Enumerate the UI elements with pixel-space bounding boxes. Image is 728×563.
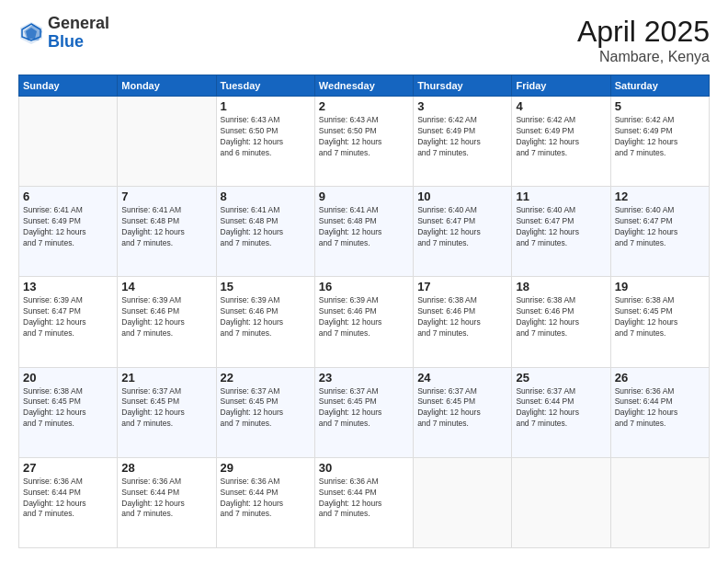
calendar-week-row: 27Sunrise: 6:36 AM Sunset: 6:44 PM Dayli…: [19, 457, 710, 547]
cell-content: Sunrise: 6:41 AM Sunset: 6:48 PM Dayligh…: [221, 205, 311, 249]
cell-content: Sunrise: 6:37 AM Sunset: 6:45 PM Dayligh…: [417, 386, 507, 431]
calendar-header-row: Sunday Monday Tuesday Wednesday Thursday…: [19, 75, 710, 97]
table-row: 24Sunrise: 6:37 AM Sunset: 6:45 PM Dayli…: [414, 367, 512, 457]
calendar-week-row: 13Sunrise: 6:39 AM Sunset: 6:47 PM Dayli…: [19, 277, 710, 367]
table-row: 26Sunrise: 6:36 AM Sunset: 6:44 PM Dayli…: [610, 367, 709, 457]
cell-content: Sunrise: 6:43 AM Sunset: 6:50 PM Dayligh…: [221, 115, 311, 159]
logo: General Blue: [18, 15, 109, 52]
table-row: 11Sunrise: 6:40 AM Sunset: 6:47 PM Dayli…: [512, 187, 610, 277]
col-monday: Monday: [118, 75, 216, 97]
cell-content: Sunrise: 6:38 AM Sunset: 6:45 PM Dayligh…: [23, 386, 113, 431]
day-number: 11: [516, 190, 606, 203]
table-row: 13Sunrise: 6:39 AM Sunset: 6:47 PM Dayli…: [19, 277, 118, 367]
day-number: 21: [121, 371, 211, 385]
logo-text: General Blue: [48, 15, 109, 52]
header: General Blue April 2025 Nambare, Kenya: [18, 15, 710, 65]
cell-content: Sunrise: 6:39 AM Sunset: 6:46 PM Dayligh…: [221, 295, 311, 339]
cell-content: Sunrise: 6:37 AM Sunset: 6:45 PM Dayligh…: [121, 386, 211, 431]
table-row: 9Sunrise: 6:41 AM Sunset: 6:48 PM Daylig…: [314, 187, 413, 277]
day-number: 1: [221, 99, 311, 113]
table-row: [610, 457, 709, 547]
table-row: [414, 457, 512, 547]
day-number: 26: [615, 371, 705, 385]
table-row: 14Sunrise: 6:39 AM Sunset: 6:46 PM Dayli…: [118, 277, 216, 367]
table-row: 3Sunrise: 6:42 AM Sunset: 6:49 PM Daylig…: [414, 97, 512, 187]
cell-content: Sunrise: 6:42 AM Sunset: 6:49 PM Dayligh…: [417, 115, 507, 159]
table-row: 10Sunrise: 6:40 AM Sunset: 6:47 PM Dayli…: [414, 187, 512, 277]
table-row: 17Sunrise: 6:38 AM Sunset: 6:46 PM Dayli…: [414, 277, 512, 367]
cell-content: Sunrise: 6:37 AM Sunset: 6:45 PM Dayligh…: [221, 386, 311, 431]
cell-content: Sunrise: 6:36 AM Sunset: 6:44 PM Dayligh…: [319, 477, 409, 521]
day-number: 27: [23, 461, 113, 475]
location: Nambare, Kenya: [577, 49, 710, 65]
table-row: 22Sunrise: 6:37 AM Sunset: 6:45 PM Dayli…: [216, 367, 314, 457]
day-number: 10: [417, 190, 507, 203]
col-friday: Friday: [512, 75, 610, 97]
table-row: 23Sunrise: 6:37 AM Sunset: 6:45 PM Dayli…: [314, 367, 413, 457]
day-number: 24: [417, 371, 507, 385]
table-row: 15Sunrise: 6:39 AM Sunset: 6:46 PM Dayli…: [216, 277, 314, 367]
day-number: 18: [516, 280, 606, 293]
cell-content: Sunrise: 6:40 AM Sunset: 6:47 PM Dayligh…: [417, 205, 507, 249]
cell-content: Sunrise: 6:38 AM Sunset: 6:45 PM Dayligh…: [615, 295, 705, 339]
day-number: 13: [23, 280, 113, 293]
day-number: 2: [319, 99, 409, 113]
cell-content: Sunrise: 6:36 AM Sunset: 6:44 PM Dayligh…: [221, 477, 311, 521]
day-number: 20: [23, 371, 113, 385]
logo-blue-text: Blue: [48, 33, 109, 52]
col-thursday: Thursday: [414, 75, 512, 97]
day-number: 15: [221, 280, 311, 293]
day-number: 29: [221, 461, 311, 475]
cell-content: Sunrise: 6:37 AM Sunset: 6:44 PM Dayligh…: [516, 386, 606, 431]
cell-content: Sunrise: 6:39 AM Sunset: 6:47 PM Dayligh…: [23, 295, 113, 339]
calendar-week-row: 20Sunrise: 6:38 AM Sunset: 6:45 PM Dayli…: [19, 367, 710, 457]
day-number: 4: [516, 99, 606, 113]
table-row: [19, 97, 118, 187]
table-row: 29Sunrise: 6:36 AM Sunset: 6:44 PM Dayli…: [216, 457, 314, 547]
cell-content: Sunrise: 6:40 AM Sunset: 6:47 PM Dayligh…: [516, 205, 606, 249]
cell-content: Sunrise: 6:40 AM Sunset: 6:47 PM Dayligh…: [615, 205, 705, 249]
table-row: 25Sunrise: 6:37 AM Sunset: 6:44 PM Dayli…: [512, 367, 610, 457]
cell-content: Sunrise: 6:36 AM Sunset: 6:44 PM Dayligh…: [121, 477, 211, 521]
day-number: 8: [221, 190, 311, 203]
day-number: 28: [121, 461, 211, 475]
calendar: Sunday Monday Tuesday Wednesday Thursday…: [18, 75, 710, 548]
page: General Blue April 2025 Nambare, Kenya S…: [0, 0, 728, 563]
table-row: 4Sunrise: 6:42 AM Sunset: 6:49 PM Daylig…: [512, 97, 610, 187]
table-row: [118, 97, 216, 187]
day-number: 25: [516, 371, 606, 385]
cell-content: Sunrise: 6:37 AM Sunset: 6:45 PM Dayligh…: [319, 386, 409, 431]
day-number: 22: [221, 371, 311, 385]
table-row: 16Sunrise: 6:39 AM Sunset: 6:46 PM Dayli…: [314, 277, 413, 367]
cell-content: Sunrise: 6:38 AM Sunset: 6:46 PM Dayligh…: [516, 295, 606, 339]
title-section: April 2025 Nambare, Kenya: [577, 15, 710, 65]
cell-content: Sunrise: 6:41 AM Sunset: 6:49 PM Dayligh…: [23, 205, 113, 249]
day-number: 14: [121, 280, 211, 293]
logo-icon: [18, 20, 44, 46]
table-row: 27Sunrise: 6:36 AM Sunset: 6:44 PM Dayli…: [19, 457, 118, 547]
calendar-week-row: 6Sunrise: 6:41 AM Sunset: 6:49 PM Daylig…: [19, 187, 710, 277]
day-number: 5: [615, 99, 705, 113]
calendar-week-row: 1Sunrise: 6:43 AM Sunset: 6:50 PM Daylig…: [19, 97, 710, 187]
table-row: 28Sunrise: 6:36 AM Sunset: 6:44 PM Dayli…: [118, 457, 216, 547]
col-sunday: Sunday: [19, 75, 118, 97]
table-row: [512, 457, 610, 547]
day-number: 7: [121, 190, 211, 203]
cell-content: Sunrise: 6:38 AM Sunset: 6:46 PM Dayligh…: [417, 295, 507, 339]
month-title: April 2025: [577, 15, 710, 49]
day-number: 12: [615, 190, 705, 203]
table-row: 21Sunrise: 6:37 AM Sunset: 6:45 PM Dayli…: [118, 367, 216, 457]
table-row: 7Sunrise: 6:41 AM Sunset: 6:48 PM Daylig…: [118, 187, 216, 277]
cell-content: Sunrise: 6:36 AM Sunset: 6:44 PM Dayligh…: [615, 386, 705, 431]
col-saturday: Saturday: [610, 75, 709, 97]
day-number: 30: [319, 461, 409, 475]
col-wednesday: Wednesday: [314, 75, 413, 97]
table-row: 18Sunrise: 6:38 AM Sunset: 6:46 PM Dayli…: [512, 277, 610, 367]
table-row: 30Sunrise: 6:36 AM Sunset: 6:44 PM Dayli…: [314, 457, 413, 547]
table-row: 2Sunrise: 6:43 AM Sunset: 6:50 PM Daylig…: [314, 97, 413, 187]
day-number: 16: [319, 280, 409, 293]
cell-content: Sunrise: 6:36 AM Sunset: 6:44 PM Dayligh…: [23, 477, 113, 521]
day-number: 3: [417, 99, 507, 113]
day-number: 19: [615, 280, 705, 293]
col-tuesday: Tuesday: [216, 75, 314, 97]
